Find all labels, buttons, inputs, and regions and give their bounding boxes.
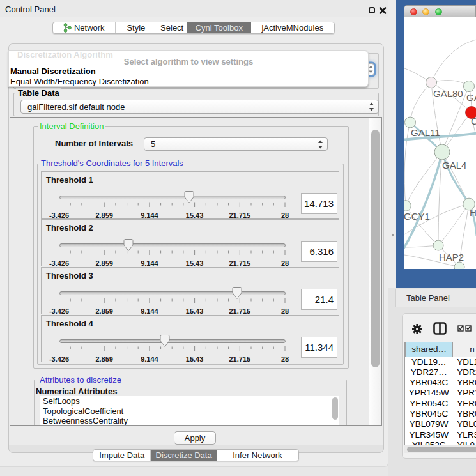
svg-text:H: H xyxy=(470,207,476,218)
svg-text:GAL11: GAL11 xyxy=(411,127,440,138)
svg-text:GAL4: GAL4 xyxy=(442,160,466,171)
svg-text:GAL80: GAL80 xyxy=(433,88,463,99)
svg-text:C: C xyxy=(471,116,476,127)
svg-text:GCY1: GCY1 xyxy=(404,211,430,222)
svg-text:HAP2: HAP2 xyxy=(439,252,464,263)
svg-text:GA: GA xyxy=(466,92,476,103)
